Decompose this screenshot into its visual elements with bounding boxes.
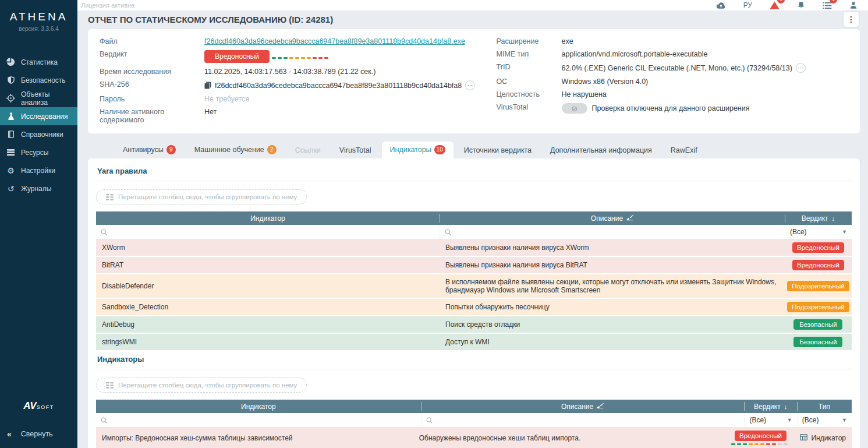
column-header-indicator[interactable]: Индикатор (96, 211, 440, 225)
file-info-left-column: Файл f26dcdf460a3da96cedebca9baccca6947b… (100, 35, 497, 126)
sidebar-item-statistics[interactable]: Статистика (0, 53, 77, 71)
yara-section-title: Yara правила (96, 164, 852, 181)
language-button[interactable]: РУ (743, 0, 752, 10)
description-cell: Доступ к WMI (440, 334, 785, 350)
tab-indicators[interactable]: Индикаторы 10 (382, 142, 454, 158)
indicator-search-input[interactable] (96, 225, 440, 239)
column-header-indicator[interactable]: Индикатор (96, 400, 421, 413)
active-content-row: Наличие активного содержимого Нет (100, 105, 497, 126)
indicators-table-header: Индикатор Описание Вердикт↓ Тип (96, 400, 852, 413)
os-row: ОС Windows x86 (Version 4.0) (497, 75, 848, 88)
column-header-verdict[interactable]: Вердикт↓ (744, 400, 796, 413)
group-by-hint-text: Перетащите столбец сюда, чтобы сгруппиро… (118, 193, 297, 200)
tab-antiviruses[interactable]: Антивирусы 9 (115, 142, 184, 158)
tab-verdict-sources[interactable]: Источники вердикта (456, 143, 540, 158)
extension-row: Расширение exe (497, 35, 848, 48)
shield-icon (6, 76, 16, 84)
app-logo-text: ATHENA (0, 10, 77, 23)
verdict-badge[interactable]: Вредоносный (792, 260, 844, 270)
active-content-value: Нет (204, 108, 217, 116)
integrity-value: Не нарушена (562, 90, 607, 98)
bell-icon[interactable] (797, 0, 805, 10)
history-icon: ↺ (6, 185, 16, 193)
yara-group-by-dropzone[interactable]: Перетащите столбец сюда, чтобы сгруппиро… (96, 189, 307, 204)
description-cell: В исполняемом файле выявлены секции, кот… (440, 274, 785, 298)
sha256-label: SHA-256 (100, 80, 204, 89)
collapse-chevrons-icon: « (7, 429, 12, 439)
sidebar-nav: Статистика Безопасность Объекты анализа … (0, 53, 77, 197)
sidebar-item-analysis-objects[interactable]: Объекты анализа (0, 89, 77, 107)
book-icon (6, 130, 16, 139)
verdict-filter-select[interactable]: (Все) ▼ (744, 413, 796, 427)
search-icon (426, 417, 433, 424)
sidebar-item-resources[interactable]: Ресурсы (0, 143, 77, 161)
description-cell: Поиск средств отладки (440, 316, 785, 333)
verdict-filter-select[interactable]: (Все) ▼ (785, 225, 852, 239)
indicators-group-by-dropzone[interactable]: Перетащите столбец сюда, чтобы сгруппиро… (96, 378, 307, 393)
sidebar-item-journals[interactable]: ↺ Журналы (0, 179, 77, 197)
indicator-cell: AntiDebug (96, 316, 440, 333)
virustotal-disabled-toggle[interactable]: ⊘ (562, 103, 587, 114)
table-row[interactable]: stringsWMI Доступ к WMI Безопасный (96, 334, 852, 350)
sidebar-item-security[interactable]: Безопасность (0, 71, 77, 89)
tab-rawexif[interactable]: RawExif (662, 143, 706, 158)
user-icon[interactable] (849, 0, 858, 10)
verdict-badge[interactable]: Вредоносный (792, 242, 844, 253)
sha256-row: SHA-256 f26dcdf460a3da96cedebca9baccca69… (100, 78, 497, 93)
verdict-badge[interactable]: Безопасный (793, 337, 842, 347)
cloud-upload-icon[interactable] (716, 0, 726, 10)
tab-label: Индикаторы (390, 146, 431, 154)
verdict-badge[interactable]: Подозрительный (787, 302, 849, 312)
indicator-cell: stringsWMI (96, 334, 440, 350)
trid-value: 62.0% (.EXE) Generic CIL Executable (.NE… (562, 64, 792, 72)
task-queue-icon[interactable]: 1 (823, 0, 832, 10)
sidebar-item-investigations[interactable]: Исследования (0, 107, 77, 125)
indicator-search-input[interactable] (96, 413, 421, 427)
table-row[interactable]: DisableDefender В исполняемом файле выяв… (96, 274, 852, 299)
verdict-badge[interactable]: Вредоносный (204, 50, 270, 63)
trid-more-button[interactable]: ⋯ (796, 63, 806, 73)
copy-icon[interactable] (204, 82, 211, 89)
tab-machine-learning[interactable]: Машинное обучение 2 (186, 142, 285, 158)
highlight-brush-icon[interactable] (597, 402, 604, 411)
report-actions-kebab-button[interactable]: ⋮ (844, 12, 859, 27)
page-title: ОТЧЕТ ПО СТАТИЧЕСКОМУ ИССЛЕДОВАНИЮ (ID: … (88, 15, 333, 24)
password-label: Пароль (100, 95, 204, 103)
column-header-type[interactable]: Тип (797, 400, 852, 413)
file-name-link[interactable]: f26dcdf460a3da96cedebca9baccca6947bea8f8… (204, 37, 465, 45)
group-by-icon (106, 382, 114, 389)
tab-additional-info[interactable]: Дополнительная информация (542, 143, 660, 158)
table-row[interactable]: BitRAT Выявлены признаки наличия вируса … (96, 257, 852, 274)
sha256-more-button[interactable]: ⋯ (465, 80, 475, 90)
group-by-hint-text: Перетащите столбец сюда, чтобы сгруппиро… (118, 382, 297, 389)
virustotal-value: Проверка отключена для данного расширени… (592, 104, 750, 112)
tab-virustotal[interactable]: VirusTotal (331, 143, 380, 158)
mime-row: MIME тип application/vnd.microsoft.porta… (497, 48, 848, 61)
indicator-type-icon (800, 434, 807, 442)
top-bar-icons: РУ 1 1 (716, 0, 858, 10)
column-header-verdict[interactable]: Вердикт↓ (785, 211, 852, 225)
alerts-warning-icon[interactable]: 1 (770, 0, 780, 10)
confidence-dashes (731, 443, 789, 445)
table-row[interactable]: Импорты: Вредоносная хеш-сумма таблицы з… (96, 428, 852, 448)
sidebar-item-label: Ресурсы (21, 149, 48, 157)
table-row[interactable]: XWorm Выявлены признаки наличия вируса X… (96, 239, 852, 257)
sidebar-item-label: Журналы (21, 185, 51, 193)
table-row[interactable]: Sandboxie_Detection Попытки обнаружить п… (96, 299, 852, 316)
chevron-down-icon: ▼ (842, 229, 847, 235)
description-cell: Выявлены признаки наличия вируса BitRAT (440, 257, 785, 273)
sidebar-item-directories[interactable]: Справочники (0, 125, 77, 143)
sort-desc-icon: ↓ (832, 215, 835, 222)
verdict-badge[interactable]: Вредоносный (735, 431, 786, 441)
description-search-input[interactable] (440, 225, 785, 239)
sidebar-item-settings[interactable]: ⚙ Настройки (0, 161, 77, 179)
verdict-badge[interactable]: Подозрительный (787, 281, 849, 291)
description-search-input[interactable] (421, 413, 745, 427)
type-filter-select[interactable]: (Все) ▼ (797, 413, 852, 427)
collapse-sidebar-button[interactable]: « Свернуть (0, 425, 77, 443)
verdict-badge[interactable]: Безопасный (793, 319, 842, 330)
highlight-brush-icon[interactable] (626, 214, 633, 223)
column-header-description[interactable]: Описание (421, 400, 745, 413)
column-header-description[interactable]: Описание (440, 211, 785, 225)
table-row[interactable]: AntiDebug Поиск средств отладки Безопасн… (96, 316, 852, 334)
